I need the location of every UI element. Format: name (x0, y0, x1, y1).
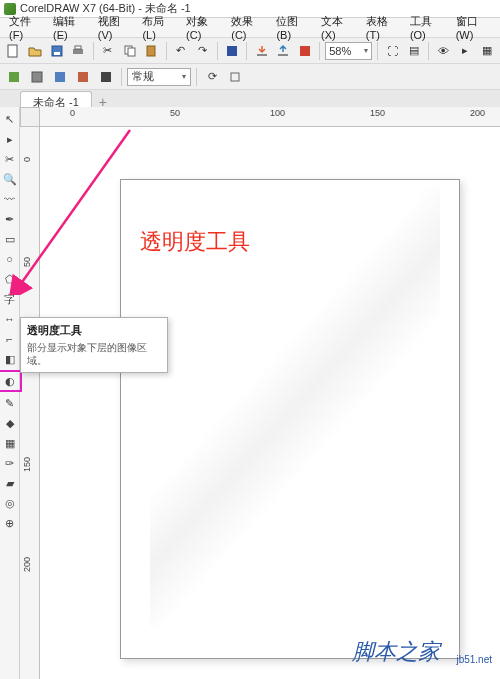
ruler-tick-label: 150 (370, 108, 385, 118)
separator (377, 42, 378, 60)
outline-pen-tool[interactable]: ✑ (1, 454, 19, 472)
menu-text[interactable]: 文本(X) (316, 12, 359, 43)
full-screen-button[interactable]: ⛶ (383, 41, 402, 61)
svg-rect-9 (257, 54, 267, 56)
prop-btn-1[interactable] (4, 67, 24, 87)
menu-bar: 文件(F) 编辑(E) 视图(V) 布局(L) 对象(C) 效果(C) 位图(B… (0, 18, 500, 38)
svg-rect-3 (73, 49, 83, 54)
menu-effects[interactable]: 效果(C) (226, 12, 269, 43)
parallel-dim-tool[interactable]: ↔ (1, 310, 19, 328)
menu-table[interactable]: 表格(T) (361, 12, 403, 43)
ruler-origin[interactable] (20, 107, 40, 127)
prop-btn-2[interactable] (27, 67, 47, 87)
watermark-url: jb51.net (456, 654, 492, 665)
svg-rect-11 (300, 46, 310, 56)
svg-rect-16 (101, 72, 111, 82)
save-button[interactable] (47, 41, 66, 61)
separator (217, 42, 218, 60)
zoom-value: 58% (329, 45, 351, 57)
drawing-canvas[interactable]: 透明度工具 (40, 127, 500, 679)
ruler-tick-label: 0 (22, 157, 32, 162)
separator (121, 68, 122, 86)
ruler-tick-label: 50 (170, 108, 180, 118)
menu-bitmaps[interactable]: 位图(B) (271, 12, 314, 43)
export-button[interactable] (274, 41, 293, 61)
chevron-down-icon: ▾ (182, 72, 186, 81)
undo-button[interactable]: ↶ (171, 41, 190, 61)
zoom-tool[interactable]: 🔍 (1, 170, 19, 188)
ruler-tick-label: 100 (270, 108, 285, 118)
open-button[interactable] (26, 41, 45, 61)
copy-button[interactable] (120, 41, 139, 61)
ruler-tick-label: 0 (70, 108, 75, 118)
vertical-ruler[interactable]: 0 50 100 150 200 (20, 127, 40, 679)
svg-rect-12 (9, 72, 19, 82)
connector-tool[interactable]: ⌐ (1, 330, 19, 348)
import-button[interactable] (252, 41, 271, 61)
separator (319, 42, 320, 60)
style-dropdown[interactable]: 常规▾ (127, 68, 191, 86)
drop-shadow-tool[interactable]: ◧ (1, 350, 19, 368)
new-button[interactable] (4, 41, 23, 61)
zoom-level[interactable]: 58%▾ (325, 42, 372, 60)
menu-edit[interactable]: 编辑(E) (48, 12, 91, 43)
menu-tools[interactable]: 工具(O) (405, 12, 449, 43)
ellipse-tool[interactable]: ○ (1, 250, 19, 268)
menu-window[interactable]: 窗口(W) (451, 12, 496, 43)
export-style-button[interactable] (225, 67, 245, 87)
show-rulers-button[interactable]: ▤ (405, 41, 424, 61)
redo-button[interactable]: ↷ (193, 41, 212, 61)
quick-customize[interactable]: ⊕ (1, 514, 19, 532)
cut-button[interactable]: ✂ (99, 41, 118, 61)
smart-fill-tool[interactable]: ▦ (1, 434, 19, 452)
menu-layout[interactable]: 布局(L) (137, 12, 179, 43)
svg-rect-6 (128, 48, 135, 56)
freehand-tool[interactable]: 〰 (1, 190, 19, 208)
app-launcher-button[interactable]: ▦ (477, 41, 496, 61)
separator (196, 68, 197, 86)
ruler-tick-label: 150 (22, 457, 32, 472)
svg-rect-14 (55, 72, 65, 82)
artistic-media-tool[interactable]: ✒ (1, 210, 19, 228)
menu-file[interactable]: 文件(F) (4, 12, 46, 43)
separator (93, 42, 94, 60)
snap-to-button[interactable]: 👁 (434, 41, 453, 61)
svg-rect-10 (278, 54, 288, 56)
publish-pdf-button[interactable] (296, 41, 315, 61)
prop-btn-4[interactable] (73, 67, 93, 87)
pick-tool[interactable]: ↖ (1, 110, 19, 128)
menu-object[interactable]: 对象(C) (181, 12, 224, 43)
color-eyedropper-tool[interactable]: ✎ (1, 394, 19, 412)
separator (166, 42, 167, 60)
horizontal-ruler[interactable]: 0 50 100 150 200 (40, 107, 500, 127)
shape-tool[interactable]: ▸ (1, 130, 19, 148)
ruler-tick-label: 200 (22, 557, 32, 572)
paste-button[interactable] (142, 41, 161, 61)
menu-view[interactable]: 视图(V) (93, 12, 136, 43)
svg-rect-13 (32, 72, 42, 82)
print-button[interactable] (69, 41, 88, 61)
search-button[interactable] (223, 41, 242, 61)
tooltip-title: 透明度工具 (27, 323, 161, 338)
text-tool[interactable]: 字 (1, 290, 19, 308)
prop-btn-3[interactable] (50, 67, 70, 87)
separator (246, 42, 247, 60)
prop-btn-5[interactable] (96, 67, 116, 87)
tooltip-description: 部分显示对象下层的图像区域。 (27, 341, 161, 367)
ruler-tick-label: 200 (470, 108, 485, 118)
separator (428, 42, 429, 60)
interactive-fill-tool[interactable]: ◆ (1, 414, 19, 432)
interactive-tool[interactable]: ◎ (1, 494, 19, 512)
svg-rect-17 (231, 73, 239, 81)
options-button[interactable]: ▸ (456, 41, 475, 61)
rectangle-tool[interactable]: ▭ (1, 230, 19, 248)
crop-tool[interactable]: ✂ (1, 150, 19, 168)
svg-rect-15 (78, 72, 88, 82)
chevron-down-icon: ▾ (364, 46, 368, 55)
polygon-tool[interactable]: ⬠ (1, 270, 19, 288)
refresh-button[interactable]: ⟳ (202, 67, 222, 87)
fill-tool[interactable]: ▰ (1, 474, 19, 492)
ruler-tick-label: 50 (22, 257, 32, 267)
transparency-tool[interactable]: ◐ (0, 370, 22, 392)
svg-rect-0 (8, 45, 17, 57)
